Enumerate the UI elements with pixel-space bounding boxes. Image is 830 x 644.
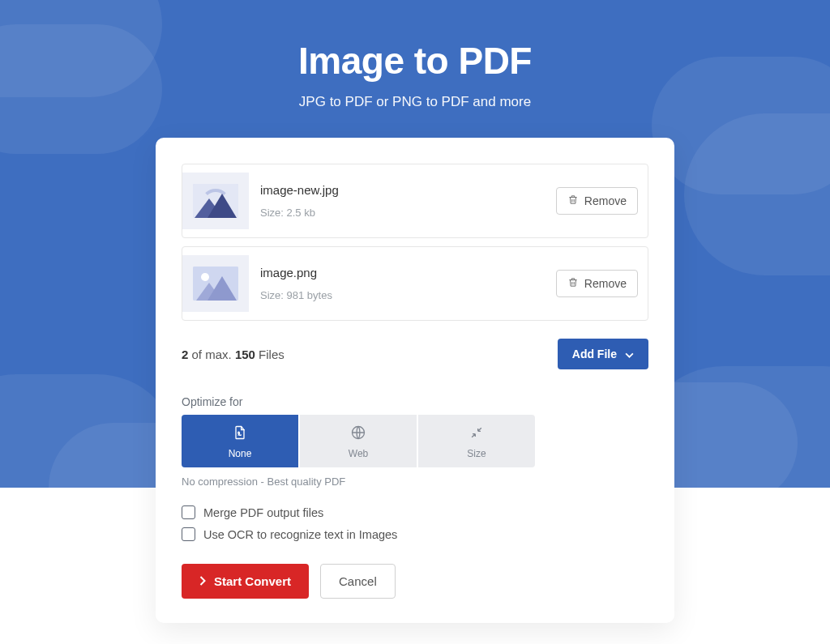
- page-title: Image to PDF: [0, 39, 830, 83]
- remove-file-button[interactable]: Remove: [556, 187, 638, 215]
- file-size: Size: 981 bytes: [260, 289, 556, 301]
- start-convert-button[interactable]: Start Convert: [182, 564, 309, 599]
- chevron-right-icon: [199, 574, 206, 588]
- remove-file-button[interactable]: Remove: [556, 270, 638, 297]
- file-name: image.png: [260, 266, 556, 279]
- optimize-label: Optimize for: [182, 395, 648, 408]
- converter-card: image-new.jpg Size: 2.5 kb Remove image.…: [156, 138, 674, 623]
- add-file-button[interactable]: Add File: [558, 339, 648, 369]
- optimize-tab-none[interactable]: None: [182, 415, 300, 467]
- ocr-label: Use OCR to recognize text in Images: [203, 528, 397, 541]
- optimize-tabs: None Web Size: [182, 415, 535, 467]
- start-convert-label: Start Convert: [214, 574, 291, 588]
- file-name: image-new.jpg: [260, 183, 556, 197]
- file-row: image-new.jpg Size: 2.5 kb Remove: [182, 164, 648, 238]
- file-thumbnail: [182, 255, 249, 312]
- chevron-down-icon: [625, 348, 634, 360]
- remove-label: Remove: [584, 277, 627, 290]
- merge-label: Merge PDF output files: [203, 506, 323, 519]
- optimize-tab-size[interactable]: Size: [418, 415, 535, 467]
- merge-output-checkbox[interactable]: Merge PDF output files: [182, 505, 648, 519]
- file-pdf-icon: [232, 424, 248, 443]
- optimize-hint: No compression - Best quality PDF: [182, 476, 648, 488]
- cancel-label: Cancel: [339, 574, 377, 588]
- file-row: image.png Size: 981 bytes Remove: [182, 246, 648, 321]
- page-subtitle: JPG to PDF or PNG to PDF and more: [0, 94, 830, 110]
- optimize-tab-label: Web: [349, 448, 368, 459]
- checkbox-icon: [182, 505, 195, 519]
- cancel-button[interactable]: Cancel: [320, 564, 396, 599]
- checkbox-icon: [182, 527, 195, 541]
- globe-icon: [350, 424, 366, 443]
- file-size: Size: 2.5 kb: [260, 207, 556, 219]
- ocr-checkbox[interactable]: Use OCR to recognize text in Images: [182, 527, 648, 541]
- add-file-label: Add File: [572, 348, 617, 360]
- optimize-tab-label: None: [229, 448, 252, 459]
- optimize-tab-web[interactable]: Web: [300, 415, 418, 467]
- remove-label: Remove: [584, 194, 627, 207]
- file-counter: 2 of max. 150 Files: [182, 348, 285, 361]
- file-thumbnail: [182, 173, 249, 229]
- compress-icon: [468, 424, 485, 443]
- optimize-tab-label: Size: [467, 448, 486, 459]
- trash-icon: [567, 276, 579, 291]
- trash-icon: [567, 194, 579, 208]
